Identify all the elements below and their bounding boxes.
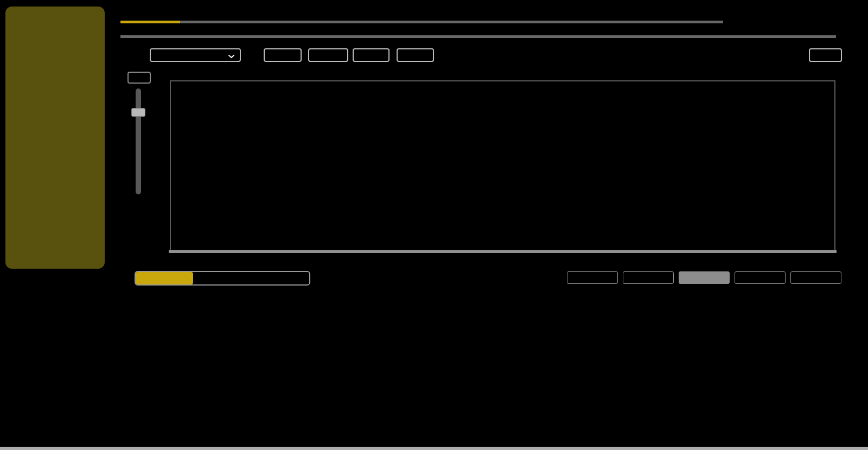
cancel-button[interactable] — [353, 48, 390, 62]
export-button[interactable] — [735, 271, 786, 284]
copy-button[interactable] — [623, 271, 674, 284]
pink-noise-toggle-button[interactable] — [809, 48, 842, 62]
remove-button[interactable] — [397, 48, 434, 62]
eq-response-chart — [170, 80, 835, 251]
tab-bass-treble[interactable] — [255, 272, 309, 284]
master-fader-track[interactable] — [136, 88, 141, 194]
preset-dropdown[interactable] — [150, 48, 241, 62]
save-button[interactable] — [264, 48, 302, 62]
tab-graphic-eq[interactable] — [136, 272, 193, 284]
import-button[interactable] — [790, 271, 841, 284]
tab-parametric-eq[interactable] — [193, 272, 255, 284]
active-tab-underline — [120, 21, 180, 23]
tab-underline-track-row1 — [120, 21, 723, 23]
eq-mode-tab-group — [135, 271, 310, 286]
paste-button[interactable] — [679, 271, 730, 284]
horizontal-scrollbar[interactable] — [0, 447, 868, 450]
sidebar — [5, 7, 105, 269]
master-fader-handle[interactable] — [131, 108, 145, 117]
flat-button[interactable] — [567, 271, 618, 284]
save-as-button[interactable] — [308, 48, 348, 62]
master-fader-value — [127, 72, 151, 84]
tab-underline-track-row2 — [120, 35, 836, 38]
chart-bottom-axis-bar — [169, 250, 837, 253]
chevron-down-icon — [228, 54, 235, 59]
app-window — [0, 0, 868, 450]
